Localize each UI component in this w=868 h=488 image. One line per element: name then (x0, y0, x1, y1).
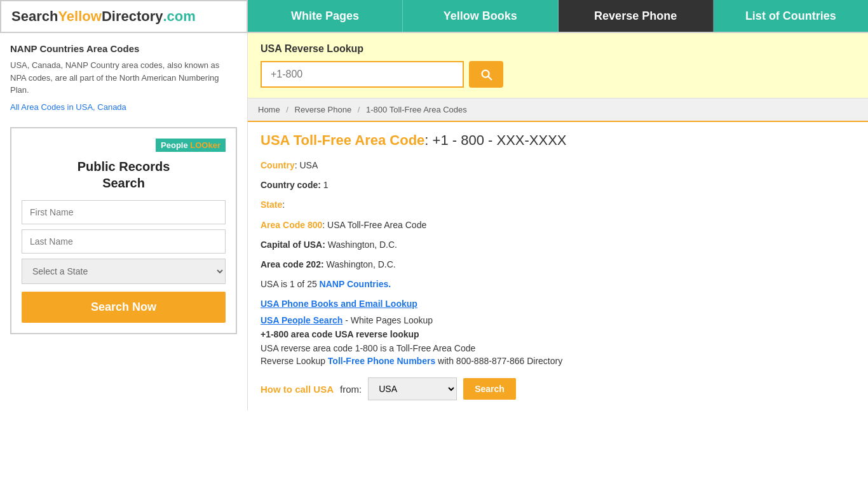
breadcrumb-sep-2: / (358, 105, 360, 114)
tab-list-of-countries-label: List of Countries (745, 10, 836, 23)
nanp-text-before: USA is 1 of 25 (261, 279, 320, 289)
tab-white-pages[interactable]: White Pages (248, 0, 403, 32)
nanp-info: USA is 1 of 25 NANP Countries. (261, 276, 855, 292)
logo-yellow-text: Yellow (58, 8, 101, 25)
breadcrumb-current: 1-800 Toll-Free Area Codes (366, 105, 467, 114)
people-looker-widget: People LOOker Public RecordsSearch Selec… (10, 127, 237, 334)
area202-label: Area code 202: (261, 259, 324, 269)
logo-search-text: Search (11, 8, 58, 25)
breadcrumb: Home / Reverse Phone / 1-800 Toll-Free A… (248, 98, 868, 122)
heading-rest: : +1 - 800 - XXX-XXXX (424, 132, 566, 148)
tab-white-pages-label: White Pages (291, 10, 359, 23)
search-icon (479, 67, 493, 81)
logo-directory-text: Directory (102, 8, 163, 25)
reverse-lookup-line: Reverse Lookup Toll-Free Phone Numbers w… (261, 356, 855, 366)
capital-label: Capital of USA: (261, 240, 325, 250)
tab-yellow-books-label: Yellow Books (444, 10, 517, 23)
phone-books-link[interactable]: USA Phone Books and Email Lookup (261, 299, 417, 309)
people-looker-header: People LOOker (22, 139, 226, 152)
reverse-lookup-text: Reverse Lookup (261, 356, 328, 366)
area-code-bold-line: +1-800 area code USA reverse lookup (261, 329, 855, 339)
navigation-bar: SearchYellowDirectory.com White Pages Ye… (0, 0, 868, 33)
first-name-input[interactable] (22, 200, 226, 224)
breadcrumb-home[interactable]: Home (258, 105, 280, 114)
breadcrumb-reverse-phone[interactable]: Reverse Phone (295, 105, 352, 114)
country-code-label: Country code: (261, 180, 321, 190)
sidebar-description: USA, Canada, NANP Country area codes, al… (10, 59, 237, 97)
tab-reverse-phone[interactable]: Reverse Phone (559, 0, 714, 32)
tab-yellow-books[interactable]: Yellow Books (403, 0, 558, 32)
search-now-button[interactable]: Search Now (22, 292, 226, 323)
area202-value: Washington, D.C. (324, 259, 396, 269)
area-code-info: Area Code 800: USA Toll-Free Area Code (261, 217, 855, 233)
search-row (261, 61, 855, 88)
people-search-rest: - White Pages Lookup (342, 315, 433, 325)
logo-com-text: .com (163, 8, 195, 25)
state-select[interactable]: Select a State AlabamaAlaskaArizonaArkan… (22, 259, 226, 284)
search-country-button[interactable]: Search (463, 378, 516, 400)
phone-search-button[interactable] (469, 61, 503, 88)
heading-highlight: USA Toll-Free Area Code (261, 132, 424, 148)
how-to-call-section: How to call USA from: USA Canada UK Aust… (261, 377, 855, 400)
phone-search-input[interactable] (261, 61, 464, 88)
people-search-link[interactable]: USA People Search (261, 315, 342, 325)
page-heading: USA Toll-Free Area Code: +1 - 800 - XXX-… (261, 132, 855, 149)
area202-info: Area code 202: Washington, D.C. (261, 257, 855, 273)
country-from-select[interactable]: USA Canada UK Australia Germany France I… (368, 377, 457, 400)
country-code-info: Country code: 1 (261, 177, 855, 193)
how-to-label: How to call USA (261, 384, 334, 395)
tab-list-of-countries[interactable]: List of Countries (714, 0, 868, 32)
people-looker-form: Select a State AlabamaAlaskaArizonaArkan… (22, 200, 226, 323)
people-looker-badge: People LOOker (156, 139, 226, 152)
people-looker-title: Public RecordsSearch (22, 158, 226, 191)
area-code-value: : USA Toll-Free Area Code (322, 220, 426, 230)
content-area: USA Reverse Lookup Home / Reverse Phone … (248, 33, 868, 410)
country-label: Country (261, 160, 295, 170)
search-panel: USA Reverse Lookup (248, 33, 868, 98)
sidebar-area-codes-link[interactable]: All Area Codes in USA, Canada (10, 102, 126, 112)
area-code-normal-line: USA reverse area code 1-800 is a Toll-Fr… (261, 343, 855, 353)
country-value: USA (299, 160, 318, 170)
area-code-label: Area Code 800 (261, 220, 322, 230)
main-content: USA Toll-Free Area Code: +1 - 800 - XXX-… (248, 122, 868, 410)
left-sidebar: NANP Countries Area Codes USA, Canada, N… (0, 33, 248, 410)
site-logo[interactable]: SearchYellowDirectory.com (0, 0, 248, 32)
capital-info: Capital of USA: Washington, D.C. (261, 237, 855, 253)
badge-people: People (161, 140, 188, 150)
search-panel-title: USA Reverse Lookup (261, 43, 855, 55)
badge-looker: LOOker (190, 140, 220, 150)
nanp-link[interactable]: NANP Countries. (320, 279, 391, 289)
toll-rest: with 800-888-877-866 Directory (435, 356, 562, 366)
breadcrumb-sep-1: / (286, 105, 288, 114)
tab-reverse-phone-label: Reverse Phone (594, 10, 677, 23)
capital-value: Washington, D.C. (325, 240, 397, 250)
country-code-value: 1 (323, 180, 329, 190)
country-info: Country: USA (261, 158, 855, 173)
from-text: from: (340, 384, 362, 395)
sidebar-title: NANP Countries Area Codes (10, 43, 237, 54)
toll-free-link[interactable]: Toll-Free Phone Numbers (328, 356, 435, 366)
state-info: State: (261, 197, 855, 213)
main-layout: NANP Countries Area Codes USA, Canada, N… (0, 33, 868, 410)
state-label: State (261, 200, 282, 210)
last-name-input[interactable] (22, 229, 226, 254)
